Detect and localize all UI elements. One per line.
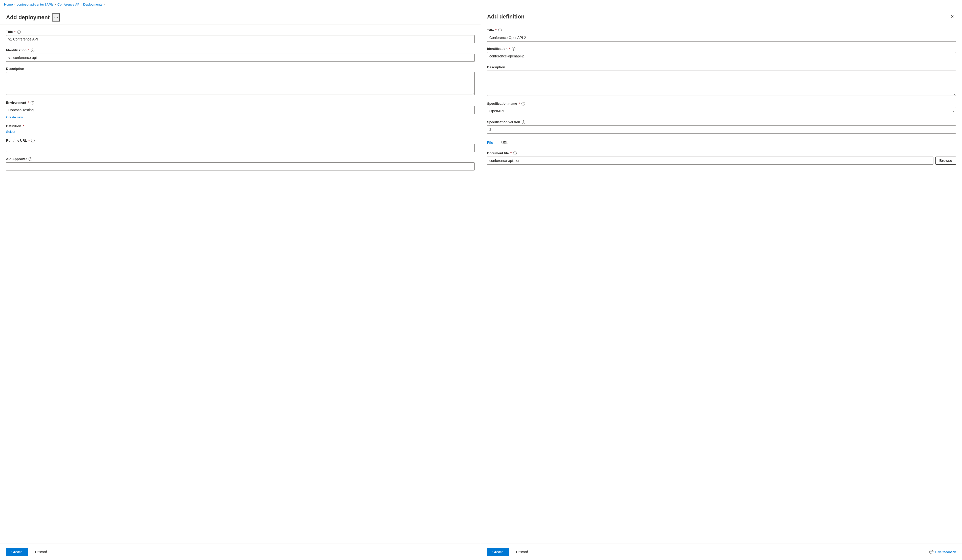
browse-button[interactable]: Browse [935, 157, 956, 165]
right-title-group: Title * i [487, 28, 956, 42]
left-runtime-url-input[interactable] [6, 144, 475, 152]
tab-url[interactable]: URL [501, 139, 512, 147]
left-runtime-url-group: Runtime URL * i [6, 139, 475, 152]
feedback-icon: 💬 [929, 550, 933, 554]
left-definition-group: Definition * Select [6, 124, 475, 134]
left-title-info-icon[interactable]: i [17, 30, 21, 34]
right-discard-button[interactable]: Discard [511, 548, 533, 556]
breadcrumb-sep-2: › [55, 3, 56, 6]
right-panel-content: Title * i Identification * i Description [481, 23, 962, 544]
right-panel-close-button[interactable]: ✕ [949, 13, 956, 20]
right-spec-name-select-container: OpenAPI Swagger GraphQL gRPC WSDL WADL O… [487, 107, 956, 115]
right-spec-version-group: Specification version i [487, 120, 956, 134]
left-environment-info-icon[interactable]: i [31, 101, 34, 105]
right-spec-version-input[interactable] [487, 126, 956, 134]
left-runtime-url-info-icon[interactable]: i [31, 139, 35, 142]
right-description-label: Description [487, 65, 956, 69]
right-spec-version-info-icon[interactable]: i [522, 120, 525, 124]
left-description-textarea[interactable] [6, 72, 475, 95]
left-title-required: * [15, 30, 16, 34]
left-title-input[interactable] [6, 35, 475, 43]
breadcrumb-sep-3: › [104, 3, 105, 6]
right-document-file-group: Document file * i Browse [487, 151, 956, 165]
breadcrumb: Home › contoso-api-center | APIs › Confe… [0, 0, 962, 9]
right-create-button[interactable]: Create [487, 548, 509, 556]
right-identification-required: * [509, 47, 510, 51]
right-title-input[interactable] [487, 34, 956, 42]
left-runtime-url-required: * [28, 139, 30, 142]
left-description-group: Description [6, 67, 475, 95]
right-spec-name-info-icon[interactable]: i [521, 102, 525, 105]
definition-select-link[interactable]: Select [6, 130, 15, 134]
left-identification-group: Identification * i [6, 48, 475, 62]
create-new-environment-link[interactable]: Create new [6, 115, 23, 119]
left-definition-required: * [23, 124, 24, 128]
left-panel: Add deployment ··· Title * i Identificat… [0, 9, 481, 560]
left-identification-input[interactable] [6, 53, 475, 62]
left-api-approver-group: API Approver i [6, 157, 475, 171]
right-description-textarea[interactable] [487, 71, 956, 96]
feedback-label: Give feedback [935, 550, 956, 554]
right-panel-header: Add definition ✕ [481, 9, 962, 23]
right-identification-input[interactable] [487, 52, 956, 60]
left-environment-required: * [27, 101, 29, 105]
doc-file-row: Browse [487, 157, 956, 165]
right-document-file-label: Document file * i [487, 151, 956, 155]
right-spec-name-required: * [518, 102, 520, 105]
left-panel-title: Add deployment [6, 14, 50, 21]
left-description-label: Description [6, 67, 475, 71]
breadcrumb-home[interactable]: Home [4, 3, 13, 6]
breadcrumb-api-center[interactable]: contoso-api-center | APIs [17, 3, 53, 6]
left-title-group: Title * i [6, 30, 475, 43]
right-title-info-icon[interactable]: i [498, 29, 502, 32]
left-panel-header: Add deployment ··· [0, 9, 481, 25]
left-environment-group: Environment * i Create new [6, 101, 475, 119]
left-panel-content: Title * i Identification * i Description [0, 25, 481, 544]
tabs-container: File URL [487, 139, 956, 147]
left-api-approver-info-icon[interactable]: i [29, 157, 32, 161]
left-definition-label: Definition * [6, 124, 475, 128]
right-panel: Add definition ✕ Title * i Identificatio… [481, 9, 962, 560]
left-identification-info-icon[interactable]: i [31, 48, 34, 52]
left-panel-footer: Create Discard [0, 544, 481, 560]
left-runtime-url-label: Runtime URL * i [6, 139, 475, 142]
right-footer-actions: Create Discard [487, 548, 533, 556]
right-doc-file-required: * [510, 151, 512, 155]
right-doc-file-input[interactable] [487, 157, 933, 165]
right-spec-name-select[interactable]: OpenAPI Swagger GraphQL gRPC WSDL WADL O… [487, 107, 956, 115]
more-options-button[interactable]: ··· [52, 13, 60, 21]
left-title-label: Title * i [6, 30, 475, 34]
right-spec-name-group: Specification name * i OpenAPI Swagger G… [487, 102, 956, 115]
left-identification-required: * [28, 48, 29, 52]
right-identification-label: Identification * i [487, 47, 956, 51]
main-container: Add deployment ··· Title * i Identificat… [0, 9, 962, 560]
right-panel-footer: Create Discard 💬 Give feedback [481, 544, 962, 560]
left-identification-label: Identification * i [6, 48, 475, 52]
right-identification-info-icon[interactable]: i [512, 47, 515, 51]
left-environment-label: Environment * i [6, 101, 475, 105]
right-doc-file-info-icon[interactable]: i [513, 152, 517, 155]
right-spec-name-label: Specification name * i [487, 102, 956, 105]
right-title-required: * [496, 28, 497, 32]
left-discard-button[interactable]: Discard [30, 548, 52, 556]
right-title-label: Title * i [487, 28, 956, 32]
right-spec-version-label: Specification version i [487, 120, 956, 124]
left-environment-input[interactable] [6, 106, 475, 114]
tab-file[interactable]: File [487, 139, 497, 147]
right-identification-group: Identification * i [487, 47, 956, 60]
left-api-approver-label: API Approver i [6, 157, 475, 161]
right-description-group: Description [487, 65, 956, 97]
left-create-button[interactable]: Create [6, 548, 28, 556]
breadcrumb-sep-1: › [15, 3, 15, 6]
right-panel-title: Add definition [487, 13, 525, 20]
give-feedback-link[interactable]: 💬 Give feedback [929, 550, 956, 554]
left-api-approver-input[interactable] [6, 162, 475, 171]
breadcrumb-deployments[interactable]: Conference API | Deployments [57, 3, 102, 6]
